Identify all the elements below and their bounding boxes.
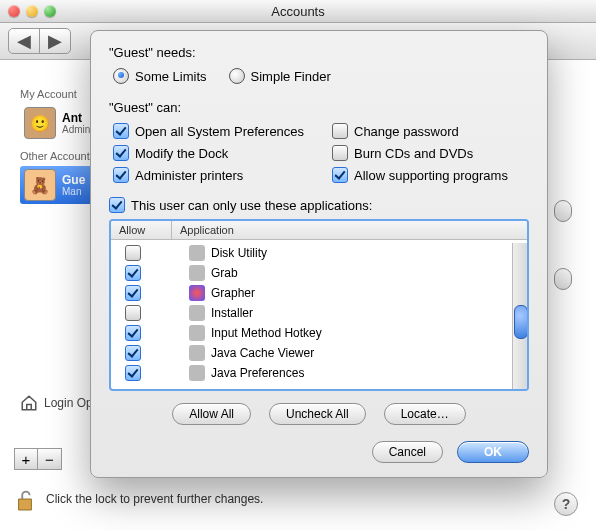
app-icon <box>189 365 205 381</box>
table-body: Disk Utility Grab Grapher Installer Inpu… <box>111 243 513 389</box>
app-name: Disk Utility <box>211 246 267 260</box>
close-icon[interactable] <box>8 5 20 17</box>
allow-all-button[interactable]: Allow All <box>172 403 251 425</box>
remove-account-button[interactable]: − <box>38 448 62 470</box>
table-row[interactable]: Java Cache Viewer <box>111 343 513 363</box>
add-remove-account: + − <box>14 448 62 470</box>
checkbox-admin-printers[interactable]: Administer printers <box>113 167 310 183</box>
table-row[interactable]: Grapher <box>111 283 513 303</box>
obscured-pane-buttons <box>554 200 572 290</box>
allow-checkbox[interactable] <box>125 325 141 341</box>
user-name: Gue <box>62 174 85 186</box>
obscured-button[interactable] <box>554 268 572 290</box>
app-name: Installer <box>211 306 253 320</box>
table-row[interactable]: Disk Utility <box>111 243 513 263</box>
radio-icon <box>229 68 245 84</box>
allow-checkbox[interactable] <box>125 365 141 381</box>
window-controls <box>8 5 56 17</box>
radio-some-limits[interactable]: Some Limits <box>113 68 207 84</box>
scrollbar[interactable] <box>512 243 527 389</box>
lock-row: Click the lock to prevent further change… <box>14 486 263 512</box>
obscured-button[interactable] <box>554 200 572 222</box>
allow-checkbox[interactable] <box>125 345 141 361</box>
checkbox-burn[interactable]: Burn CDs and DVDs <box>332 145 529 161</box>
lock-text: Click the lock to prevent further change… <box>46 492 263 506</box>
table-row[interactable]: Java Preferences <box>111 363 513 383</box>
window-title: Accounts <box>0 4 596 19</box>
col-allow[interactable]: Allow <box>111 221 172 239</box>
unlocked-lock-icon[interactable] <box>14 486 36 512</box>
radio-icon <box>113 68 129 84</box>
app-icon <box>189 305 205 321</box>
user-name: Ant <box>62 112 90 124</box>
radio-label: Some Limits <box>135 69 207 84</box>
app-icon <box>189 345 205 361</box>
allow-checkbox[interactable] <box>125 285 141 301</box>
zoom-icon[interactable] <box>44 5 56 17</box>
needs-label: "Guest" needs: <box>109 45 529 60</box>
checkbox-icon <box>109 197 125 213</box>
allow-checkbox[interactable] <box>125 265 141 281</box>
table-row[interactable]: Grab <box>111 263 513 283</box>
checkbox-only-these-apps[interactable]: This user can only use these application… <box>109 197 529 213</box>
checkbox-icon <box>332 123 348 139</box>
help-button[interactable]: ? <box>554 492 578 516</box>
col-application[interactable]: Application <box>172 221 242 239</box>
checkbox-change-password[interactable]: Change password <box>332 123 529 139</box>
user-role: Admin <box>62 124 90 135</box>
app-name: Java Preferences <box>211 366 304 380</box>
can-label: "Guest" can: <box>109 100 529 115</box>
checkbox-icon <box>113 167 129 183</box>
minimize-icon[interactable] <box>26 5 38 17</box>
checkbox-icon <box>332 145 348 161</box>
scrollbar-thumb[interactable] <box>514 305 528 339</box>
app-name: Grab <box>211 266 238 280</box>
table-header: Allow Application <box>111 221 527 240</box>
cancel-button[interactable]: Cancel <box>372 441 443 463</box>
app-icon <box>189 285 205 301</box>
app-icon <box>189 325 205 341</box>
radio-simple-finder[interactable]: Simple Finder <box>229 68 331 84</box>
parental-controls-sheet: "Guest" needs: Some Limits Simple Finder… <box>90 30 548 478</box>
allow-checkbox[interactable] <box>125 245 141 261</box>
table-row[interactable]: Installer <box>111 303 513 323</box>
app-name: Java Cache Viewer <box>211 346 314 360</box>
back-icon[interactable]: ◀ <box>9 29 39 53</box>
checkbox-icon <box>113 123 129 139</box>
titlebar: Accounts <box>0 0 596 23</box>
app-name: Input Method Hotkey <box>211 326 322 340</box>
checkbox-modify-dock[interactable]: Modify the Dock <box>113 145 310 161</box>
applications-table: Allow Application Disk Utility Grab Grap… <box>109 219 529 391</box>
avatar-icon: 🧸 <box>24 169 56 201</box>
app-name: Grapher <box>211 286 255 300</box>
checkbox-open-prefs[interactable]: Open all System Preferences <box>113 123 310 139</box>
radio-label: Simple Finder <box>251 69 331 84</box>
uncheck-all-button[interactable]: Uncheck All <box>269 403 366 425</box>
house-icon <box>20 394 38 412</box>
app-icon <box>189 265 205 281</box>
avatar-icon: 🙂 <box>24 107 56 139</box>
checkbox-allow-supporting[interactable]: Allow supporting programs <box>332 167 529 183</box>
allow-checkbox[interactable] <box>125 305 141 321</box>
add-account-button[interactable]: + <box>14 448 38 470</box>
nav-back-forward[interactable]: ◀ ▶ <box>8 28 71 54</box>
checkbox-icon <box>113 145 129 161</box>
accounts-window: Accounts ◀ ▶ My Account 🙂 Ant Admin Othe… <box>0 0 596 530</box>
locate-button[interactable]: Locate… <box>384 403 466 425</box>
checkbox-icon <box>332 167 348 183</box>
forward-icon[interactable]: ▶ <box>39 29 70 53</box>
app-icon <box>189 245 205 261</box>
table-row[interactable]: Input Method Hotkey <box>111 323 513 343</box>
ok-button[interactable]: OK <box>457 441 529 463</box>
user-role: Man <box>62 186 85 197</box>
